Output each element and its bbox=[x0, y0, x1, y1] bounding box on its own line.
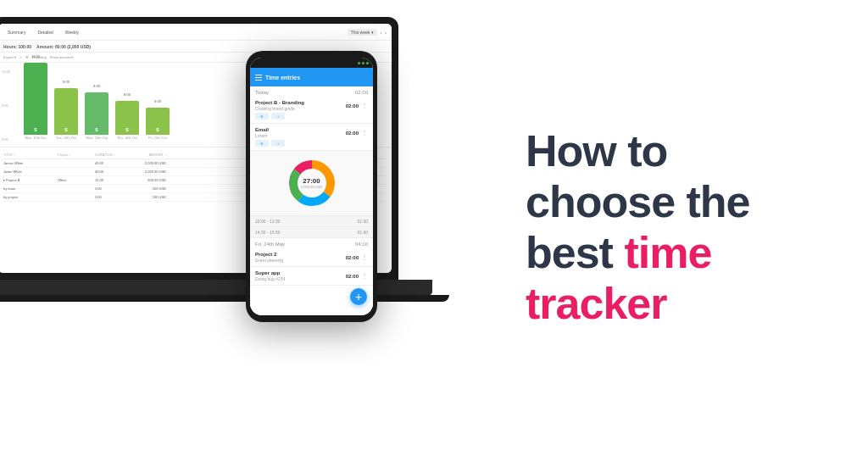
settings-btn[interactable]: ⚙ bbox=[25, 55, 29, 59]
period-info: This week ▾ ‹ › bbox=[348, 29, 387, 36]
signal-dot2 bbox=[362, 62, 364, 64]
show-amount-btn[interactable]: Show amount ▾ bbox=[50, 55, 74, 59]
entry-superapp-row: Super app Doing bug #234 02:00 ⋮ bbox=[255, 270, 368, 281]
nav-next[interactable]: › bbox=[385, 30, 387, 35]
bar-thu: 8:00 $ bbox=[115, 101, 139, 135]
bar-fri-value: 6:00 bbox=[154, 99, 161, 103]
row1-name: James White bbox=[3, 161, 54, 165]
entry-email-left: Email Lorem bbox=[255, 127, 269, 138]
phone-statusbar bbox=[250, 58, 373, 68]
entry-project2-right: 02:00 ⋮ bbox=[346, 253, 368, 261]
y-axis: 11:00 6:00 0:00 bbox=[2, 70, 10, 142]
bar-mon-label: Mon, 11th Oct bbox=[25, 136, 46, 140]
bar-thu-dollar: $ bbox=[125, 127, 128, 132]
signal-dot3 bbox=[366, 62, 369, 64]
entry-branding-menu[interactable]: ⋮ bbox=[361, 102, 368, 109]
entry-superapp-right: 02:00 ⋮ bbox=[346, 272, 368, 280]
entry-superapp[interactable]: Super app Doing bug #234 02:00 ⋮ bbox=[250, 267, 373, 286]
headline-line3-normal: best bbox=[526, 228, 624, 277]
headline-line2: choose the bbox=[526, 177, 750, 228]
entry-project2-desc: Event planning bbox=[255, 258, 283, 263]
nav-prev[interactable]: ‹ bbox=[381, 30, 382, 35]
row3-hours: 15.00 bbox=[95, 178, 120, 182]
entry-superapp-left: Super app Doing bug #234 bbox=[255, 270, 285, 281]
col-hours: DURATION ↕ bbox=[95, 153, 120, 157]
entry-project2-menu[interactable]: ⋮ bbox=[361, 253, 368, 261]
right-section: How to choose the best time tracker bbox=[492, 92, 868, 363]
entry-branding-tags: ⚙ ✓ bbox=[255, 113, 368, 120]
export-btn[interactable]: Export ▾ bbox=[3, 55, 16, 59]
tag-2: ✓ bbox=[271, 113, 285, 120]
hamburger-icon[interactable] bbox=[255, 75, 262, 81]
friday-total: 04:10 bbox=[355, 242, 368, 247]
section-today: Today 02:00 bbox=[250, 86, 373, 97]
bar-thu-value: 8:00 bbox=[124, 92, 131, 97]
entry-superapp-time: 02:00 bbox=[346, 274, 359, 279]
donut-sub: 2,000.00 USD bbox=[301, 185, 322, 189]
headline-line3-highlight: time bbox=[624, 228, 711, 277]
dashboard-topbar: Summary Detailed Weekly This week ▾ ‹ › bbox=[0, 24, 392, 41]
today-label: Today bbox=[255, 90, 269, 95]
bar-wed-value: 9:00 bbox=[93, 84, 100, 88]
y-label-mid: 6:00 bbox=[2, 103, 10, 108]
entry-email-row: Email Lorem 02:00 ⋮ bbox=[255, 127, 368, 138]
headline-line3: best time bbox=[526, 228, 750, 279]
entry-branding-left: Project B - Branding Creating brand guid… bbox=[255, 100, 304, 111]
bar-wrap-thu: 8:00 $ bbox=[115, 75, 139, 135]
total-amount: Amount: 80:00 (2,000 USD) bbox=[36, 44, 91, 49]
entry-superapp-menu[interactable]: ⋮ bbox=[361, 272, 368, 280]
bar-wrap-mon: 11:00 $ bbox=[24, 75, 47, 135]
bar-wed-label: Wed, 13th Oct bbox=[86, 136, 108, 140]
signal-dot bbox=[358, 62, 360, 64]
menu-line2 bbox=[255, 77, 262, 78]
entry-project2-time: 02:00 bbox=[346, 255, 359, 260]
email-tag-2: ✓ bbox=[271, 140, 285, 147]
bar-wrap-fri: 6:00 $ bbox=[146, 75, 170, 135]
share-btn[interactable]: ⤢ bbox=[19, 55, 22, 59]
tab-summary[interactable]: Summary bbox=[3, 28, 30, 36]
entry-project2-row: Project 2 Event planning 02:00 ⋮ bbox=[255, 252, 368, 263]
entry-superapp-name: Super app bbox=[255, 270, 285, 275]
bar-group-mon: 11:00 $ Mon, 11th Oct bbox=[24, 75, 47, 140]
bar-fri-label: Fri, 15th Oct bbox=[148, 136, 167, 140]
row3-project: Office bbox=[58, 178, 92, 182]
bar-group-wed: 9:00 $ Wed, 13th Oct bbox=[85, 75, 108, 140]
entry-email-menu[interactable]: ⋮ bbox=[361, 129, 368, 136]
fab-button[interactable]: + bbox=[350, 288, 367, 305]
tab-detailed[interactable]: Detailed bbox=[33, 28, 57, 36]
entry-email-right: 02:00 ⋮ bbox=[346, 129, 368, 136]
phone-app-header: Time entries bbox=[250, 68, 373, 86]
entry-email[interactable]: Email Lorem 02:00 ⋮ ⚙ ✓ bbox=[250, 124, 373, 151]
time-range-1-value: 01:00 bbox=[357, 219, 368, 224]
bar-group-tue: 9:00 $ Tue, 12th Oct bbox=[54, 75, 78, 140]
entry-branding-right: 02:00 ⋮ bbox=[346, 102, 368, 109]
phone-mockup: Time entries Today 02:00 Project B - Bra… bbox=[246, 51, 377, 322]
menu-line3 bbox=[255, 80, 262, 81]
bar-wed: 9:00 $ bbox=[85, 92, 108, 135]
entry-superapp-desc: Doing bug #234 bbox=[255, 276, 285, 281]
bar-tue-value: 9:00 bbox=[63, 80, 70, 84]
entry-branding-time: 02:00 bbox=[346, 103, 359, 108]
bar-mon-value: 11:00 bbox=[31, 54, 40, 58]
period-selector[interactable]: This week ▾ bbox=[348, 29, 377, 36]
entry-email-tags: ⚙ ✓ bbox=[255, 140, 368, 147]
row5-hours: 2.00 bbox=[95, 195, 120, 199]
entry-project2[interactable]: Project 2 Event planning 02:00 ⋮ bbox=[250, 248, 373, 267]
time-range-1-label: 10:00 - 11:30 bbox=[255, 219, 280, 224]
entry-branding[interactable]: Project B - Branding Creating brand guid… bbox=[250, 97, 373, 124]
bar-wrap-tue: 9:00 $ bbox=[54, 75, 78, 135]
tab-weekly[interactable]: Weekly bbox=[61, 28, 83, 36]
bar-tue-label: Tue, 12th Oct bbox=[56, 136, 76, 140]
y-label-top: 11:00 bbox=[2, 70, 10, 74]
row4-hours: 3.00 bbox=[95, 186, 120, 191]
left-section: Summary Detailed Weekly This week ▾ ‹ › … bbox=[0, 0, 492, 456]
entry-branding-row: Project B - Branding Creating brand guid… bbox=[255, 100, 368, 111]
y-label-bot: 0:00 bbox=[2, 137, 10, 142]
headline-line4: tracker bbox=[526, 279, 750, 330]
entry-email-project: Email bbox=[255, 127, 269, 132]
entry-email-desc: Lorem bbox=[255, 133, 269, 138]
bar-wed-dollar: $ bbox=[95, 127, 97, 132]
menu-line1 bbox=[255, 75, 262, 75]
entry-project2-left: Project 2 Event planning bbox=[255, 252, 283, 263]
today-total: 02:00 bbox=[355, 90, 368, 95]
